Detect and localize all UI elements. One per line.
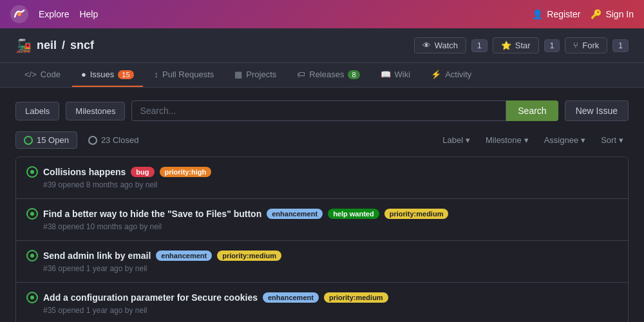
repo-tabs: </> Code ● Issues 15 ↕ Pull Requests ▦ P… bbox=[0, 63, 644, 88]
search-container: Search bbox=[131, 100, 558, 121]
logo[interactable] bbox=[10, 5, 28, 23]
issue-badge: enhancement bbox=[267, 209, 323, 219]
repo-name[interactable]: sncf bbox=[70, 39, 94, 52]
signin-button[interactable]: 🔑 Sign In bbox=[591, 9, 634, 19]
assignee-filter[interactable]: Assignee ▾ bbox=[539, 132, 591, 148]
chevron-down-icon: ▾ bbox=[619, 135, 623, 145]
issues-content: Labels Milestones Search New Issue 15 Op… bbox=[0, 88, 644, 322]
issue-title-row: Send admin link by email enhancementprio… bbox=[26, 250, 618, 261]
repo-owner[interactable]: neil bbox=[37, 39, 57, 52]
tab-wiki[interactable]: 📖 Wiki bbox=[372, 63, 420, 87]
issue-title[interactable]: Add a configuration parameter for Secure… bbox=[43, 292, 258, 303]
nav-help[interactable]: Help bbox=[79, 9, 98, 19]
issue-badge: priority:medium bbox=[384, 209, 449, 219]
fork-count: 1 bbox=[612, 39, 629, 52]
issue-title[interactable]: Send admin link by email bbox=[43, 251, 151, 261]
tag-icon: 🏷 bbox=[297, 70, 305, 79]
issue-icon: ● bbox=[81, 70, 86, 79]
tab-projects[interactable]: ▦ Projects bbox=[225, 63, 285, 87]
issue-badge: priority:medium bbox=[324, 292, 388, 303]
star-icon: ⭐ bbox=[501, 41, 511, 50]
issue-title[interactable]: Collisions happens bbox=[43, 167, 126, 177]
repo-header: 🚂 neil / sncf 👁 Watch 1 ⭐ Star 1 ⑂ Fork … bbox=[0, 28, 644, 63]
nav-explore[interactable]: Explore bbox=[39, 9, 69, 19]
issue-item: Collisions happens bugpriority:high #39 … bbox=[16, 157, 628, 199]
issue-meta: #35 opened 1 year ago by neil bbox=[43, 306, 618, 315]
issue-title-row: Collisions happens bugpriority:high bbox=[26, 166, 618, 178]
milestones-button[interactable]: Milestones bbox=[66, 102, 125, 120]
star-button[interactable]: ⭐ Star bbox=[493, 37, 539, 53]
closed-issues-button[interactable]: 23 Closed bbox=[80, 131, 147, 149]
releases-badge: 8 bbox=[348, 70, 359, 79]
milestone-filter[interactable]: Milestone ▾ bbox=[480, 132, 534, 148]
tab-activity[interactable]: ⚡ Activity bbox=[422, 63, 480, 87]
search-input[interactable] bbox=[131, 100, 506, 121]
topnav: Explore Help 👤 Register 🔑 Sign In bbox=[0, 0, 644, 28]
issue-open-icon bbox=[26, 208, 38, 220]
user-icon: 👤 bbox=[532, 9, 543, 19]
issue-open-icon bbox=[26, 292, 38, 303]
issue-open-icon bbox=[26, 250, 38, 261]
chevron-down-icon: ▾ bbox=[581, 135, 585, 145]
repo-emoji: 🚂 bbox=[15, 38, 32, 53]
issue-title-row: Add a configuration parameter for Secure… bbox=[26, 292, 618, 303]
repo-actions: 👁 Watch 1 ⭐ Star 1 ⑂ Fork 1 bbox=[414, 37, 629, 53]
wiki-icon: 📖 bbox=[381, 70, 391, 79]
sort-filter[interactable]: Sort ▾ bbox=[596, 132, 629, 148]
fork-icon: ⑂ bbox=[573, 41, 578, 50]
issue-open-icon bbox=[26, 166, 38, 178]
pr-icon: ↕ bbox=[155, 70, 159, 79]
search-button[interactable]: Search bbox=[506, 100, 558, 121]
labels-button[interactable]: Labels bbox=[15, 102, 59, 120]
svg-point-1 bbox=[17, 12, 21, 16]
activity-icon: ⚡ bbox=[431, 70, 441, 79]
issues-list: Collisions happens bugpriority:high #39 … bbox=[15, 156, 629, 322]
issue-meta: #39 opened 8 months ago by neil bbox=[43, 180, 618, 189]
open-issues-button[interactable]: 15 Open bbox=[15, 131, 77, 149]
chevron-down-icon: ▾ bbox=[524, 135, 529, 145]
code-icon: </> bbox=[24, 70, 37, 79]
repo-title: 🚂 neil / sncf bbox=[15, 38, 94, 53]
open-circle-icon bbox=[24, 136, 33, 145]
issue-meta: #36 opened 1 year ago by neil bbox=[43, 264, 618, 273]
filter-dropdowns: Label ▾ Milestone ▾ Assignee ▾ Sort ▾ bbox=[437, 132, 629, 148]
tab-releases[interactable]: 🏷 Releases 8 bbox=[288, 63, 368, 87]
issue-title-row: Find a better way to hide the "Save to F… bbox=[26, 208, 618, 220]
eye-icon: 👁 bbox=[422, 41, 431, 50]
status-bar: 15 Open 23 Closed Label ▾ Milestone ▾ As… bbox=[15, 131, 629, 149]
status-toggles: 15 Open 23 Closed bbox=[15, 131, 147, 149]
topnav-right: 👤 Register 🔑 Sign In bbox=[532, 9, 634, 19]
issue-badge: priority:medium bbox=[217, 251, 281, 261]
watch-count: 1 bbox=[471, 39, 488, 52]
issue-item: Add a configuration parameter for Secure… bbox=[16, 283, 628, 322]
label-filter[interactable]: Label ▾ bbox=[437, 132, 475, 148]
issue-item: Send admin link by email enhancementprio… bbox=[16, 241, 628, 283]
signin-icon: 🔑 bbox=[591, 9, 601, 19]
issue-badge: help wanted bbox=[328, 209, 379, 219]
watch-button[interactable]: 👁 Watch bbox=[414, 37, 466, 53]
fork-button[interactable]: ⑂ Fork bbox=[565, 37, 607, 53]
issue-meta: #38 opened 10 months ago by neil bbox=[43, 222, 618, 231]
issue-item: Find a better way to hide the "Save to F… bbox=[16, 199, 628, 241]
issues-badge: 15 bbox=[118, 70, 133, 79]
issue-badge: bug bbox=[131, 167, 154, 177]
project-icon: ▦ bbox=[234, 70, 242, 79]
issue-badge: enhancement bbox=[263, 292, 319, 303]
tab-pullrequests[interactable]: ↕ Pull Requests bbox=[146, 63, 223, 87]
issue-badge: priority:high bbox=[160, 167, 212, 177]
tab-code[interactable]: </> Code bbox=[15, 63, 70, 87]
filter-bar: Labels Milestones Search New Issue bbox=[15, 100, 629, 121]
issue-title[interactable]: Find a better way to hide the "Save to F… bbox=[43, 209, 261, 219]
new-issue-button[interactable]: New Issue bbox=[565, 100, 629, 121]
chevron-down-icon: ▾ bbox=[466, 135, 470, 145]
register-button[interactable]: 👤 Register bbox=[532, 9, 580, 19]
closed-circle-icon bbox=[88, 136, 97, 145]
issue-badge: enhancement bbox=[156, 251, 212, 261]
tab-issues[interactable]: ● Issues 15 bbox=[72, 63, 143, 87]
star-count: 1 bbox=[544, 39, 560, 52]
